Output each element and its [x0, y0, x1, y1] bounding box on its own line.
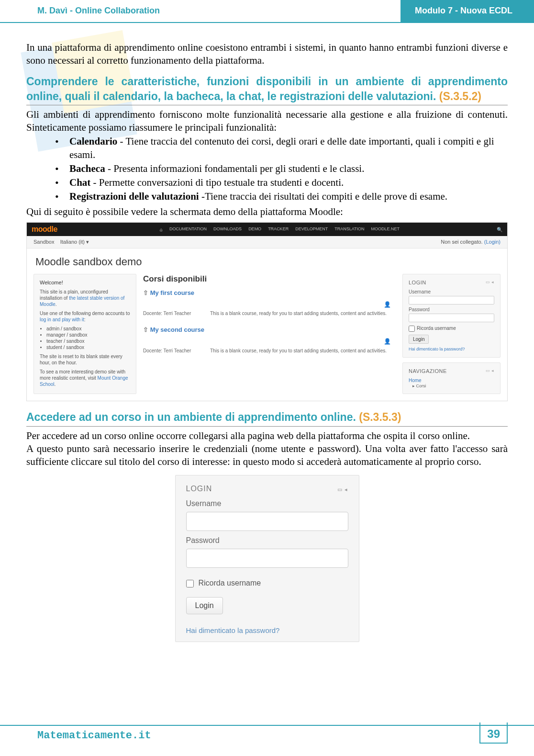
remember-checkbox[interactable]: [186, 580, 194, 587]
course-title-link[interactable]: ⇧ My second course: [143, 326, 396, 334]
course-teacher: Docente: Terri Teacher: [143, 310, 210, 316]
remember-checkbox[interactable]: [409, 326, 415, 332]
password-label: Password: [409, 306, 494, 313]
section-ref-1: (S.3.5.2): [439, 90, 481, 102]
language-selector[interactable]: Italiano (it) ▾: [60, 239, 89, 245]
nav-item[interactable]: DOWNLOADS: [213, 226, 242, 232]
moodle-logo: moodle: [32, 225, 153, 235]
course-teacher: Docente: Terri Teacher: [143, 348, 210, 354]
remember-label: Ricorda username: [199, 579, 261, 587]
course-desc: This is a blank course, ready for you to…: [210, 348, 396, 354]
block-controls-icon[interactable]: ▭ ◂: [486, 368, 494, 374]
navigation-block: NAVIGAZIONE▭ ◂ Home ▸ Corsi: [402, 362, 501, 395]
header-author: M. Davì - Online Collaboration: [37, 6, 160, 16]
forgot-password-link[interactable]: Hai dimenticato la password?: [186, 626, 348, 635]
section1-outro: Qui di seguito è possibile vedere la sch…: [26, 205, 508, 218]
user-icon: 👤: [143, 301, 396, 309]
breadcrumb[interactable]: Sandbox: [33, 239, 54, 245]
nav-item[interactable]: TRACKER: [268, 226, 289, 232]
course-item: ⇧ My first course 👤 Docente: Terri Teach…: [143, 289, 396, 316]
login-button[interactable]: Login: [186, 597, 223, 614]
moodle-breadcrumb-bar: Sandbox Italiano (it) ▾ Non sei collegat…: [27, 236, 507, 248]
nav-item[interactable]: DEMO: [248, 226, 261, 232]
demo-account: student / sandbox: [46, 344, 130, 350]
moodle-screenshot: moodle ⌂ DOCUMENTATION DOWNLOADS DEMO TR…: [26, 222, 508, 401]
search-icon[interactable]: 🔍: [497, 226, 502, 233]
nav-item[interactable]: DEVELOPMENT: [295, 226, 328, 232]
section-ref-2: (S.3.5.3): [359, 411, 401, 423]
username-input[interactable]: [186, 512, 348, 531]
nav-item[interactable]: DOCUMENTATION: [169, 226, 207, 232]
demo-account: manager / sandbox: [46, 332, 130, 338]
block-controls-icon[interactable]: ▭ ◂: [486, 280, 494, 285]
section1-lead: Gli ambienti di apprendimento forniscono…: [26, 108, 508, 135]
course-item: ⇧ My second course 👤 Docente: Terri Teac…: [143, 326, 396, 353]
list-item: Registrazioni delle valutazioni -Tiene t…: [55, 190, 508, 203]
list-item: Calendario - Tiene traccia del contenuto…: [55, 135, 508, 161]
section-heading-1: Comprendere le caratteristiche, funzioni…: [26, 74, 508, 105]
block-controls-icon[interactable]: ▭ ◂: [337, 486, 348, 493]
welcome-block: Welcome! This site is a plain, unconfigu…: [33, 274, 136, 395]
username-label: Username: [186, 499, 348, 509]
username-input[interactable]: [409, 296, 494, 305]
section-heading-2: Accedere ad un corso in un ambiente di a…: [26, 410, 508, 426]
courses-heading: Corsi disponibili: [143, 274, 396, 284]
login-status: Non sei collegato.: [441, 239, 482, 245]
moodle-topbar: moodle ⌂ DOCUMENTATION DOWNLOADS DEMO TR…: [27, 223, 507, 236]
feature-list: Calendario - Tiene traccia del contenuto…: [26, 135, 508, 203]
nav-block-title: NAVIGAZIONE: [409, 368, 447, 374]
login-block-title: LOGIN: [409, 279, 426, 286]
list-item: Bacheca - Presenta informazioni fondamen…: [55, 162, 508, 175]
password-input[interactable]: [186, 549, 348, 568]
list-item: Chat - Permette conversazioni di tipo te…: [55, 176, 508, 189]
section2-p1: Per accedere ad un corso online occorre …: [26, 429, 508, 442]
login-fig-title: LOGIN: [186, 484, 212, 494]
welcome-title: Welcome!: [40, 279, 130, 286]
login-button-small[interactable]: Login: [409, 335, 429, 344]
forgot-password-link[interactable]: Hai dimenticato la password?: [409, 347, 494, 352]
header-module: Modulo 7 - Nuova ECDL: [400, 0, 534, 22]
demo-account: teacher / sandbox: [46, 338, 130, 344]
login-figure: LOGIN▭ ◂ Username Password Ricorda usern…: [175, 475, 359, 642]
page-footer: Matematicamente.it 39: [0, 725, 534, 742]
course-title-link[interactable]: ⇧ My first course: [143, 289, 396, 297]
demo-account: admin / sandbox: [46, 326, 130, 332]
section2-p2: A questo punto sarà necessario inserire …: [26, 442, 508, 469]
course-desc: This is a blank course, ready for you to…: [210, 310, 396, 316]
nav-item[interactable]: TRANSLATION: [334, 226, 364, 232]
nav-courses-link[interactable]: ▸ Corsi: [409, 384, 494, 389]
page-header: M. Davì - Online Collaboration Modulo 7 …: [0, 0, 534, 23]
login-play-link[interactable]: log in and play with it: [40, 317, 84, 322]
footer-site: Matematicamente.it: [0, 730, 534, 742]
courses-block: Corsi disponibili ⇧ My first course 👤 Do…: [143, 274, 396, 395]
nav-item[interactable]: MOODLE.NET: [371, 226, 400, 232]
login-link[interactable]: (Login): [484, 239, 501, 245]
page-number: 39: [479, 722, 508, 744]
home-icon[interactable]: ⌂: [160, 226, 163, 233]
nav-home-link[interactable]: Home: [409, 377, 494, 384]
intro-paragraph: In una piattaforma di apprendimento onli…: [26, 41, 508, 68]
password-input[interactable]: [409, 314, 494, 322]
password-label: Password: [186, 536, 348, 546]
moodle-page-title: Moodle sandbox demo: [27, 248, 507, 274]
user-icon: 👤: [143, 338, 396, 346]
login-block-small: LOGIN▭ ◂ Username Password Ricorda usern…: [402, 274, 501, 358]
username-label: Username: [409, 289, 494, 295]
